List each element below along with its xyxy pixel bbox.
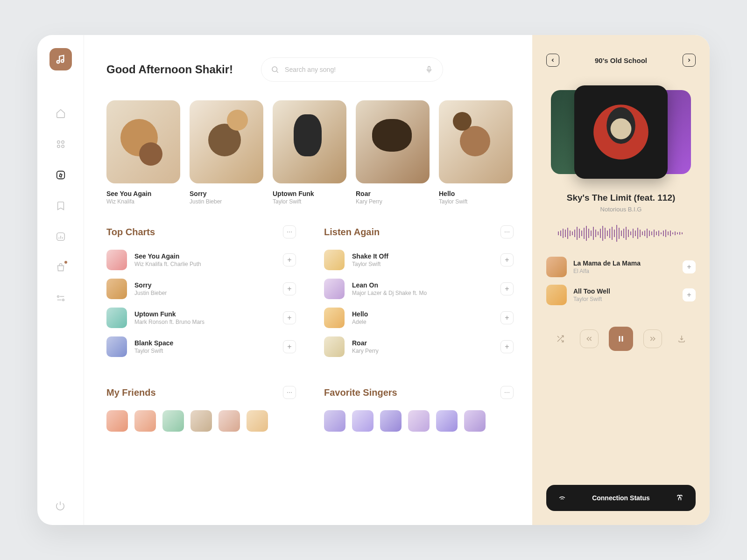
queue-track[interactable]: La Mama de La MamaEl Alfa+ xyxy=(546,257,696,277)
download-button[interactable] xyxy=(672,329,691,348)
featured-card[interactable]: Uptown Funk Taylor Swift xyxy=(273,100,346,205)
app-logo[interactable] xyxy=(49,48,72,70)
prev-playlist-button[interactable] xyxy=(546,54,559,67)
singer-avatar[interactable] xyxy=(380,410,402,432)
friend-avatar[interactable] xyxy=(134,410,156,432)
track-artwork xyxy=(324,336,345,357)
track-row[interactable]: Shake It OffTaylor Swift+ xyxy=(324,250,514,270)
search-input[interactable] xyxy=(285,66,419,73)
top-charts-section: Top Charts See You AgainWiz Knalifa ft. … xyxy=(106,225,296,365)
singer-avatar[interactable] xyxy=(352,410,374,432)
track-row[interactable]: SorryJustin Bieber+ xyxy=(106,279,296,299)
featured-card[interactable]: Roar Kary Perry xyxy=(356,100,430,205)
add-button[interactable]: + xyxy=(683,288,696,301)
add-button[interactable]: + xyxy=(500,253,514,266)
more-button[interactable] xyxy=(283,386,296,399)
card-artwork xyxy=(273,100,346,183)
track-artist: Major Lazer & Dj Shake ft. Mo xyxy=(352,290,493,296)
nav-bag-icon[interactable] xyxy=(55,262,66,273)
sidebar xyxy=(37,35,84,525)
add-button[interactable]: + xyxy=(683,260,696,273)
mic-icon[interactable] xyxy=(425,65,433,74)
next-playlist-button[interactable] xyxy=(683,54,696,67)
svg-rect-65 xyxy=(647,229,648,238)
svg-rect-39 xyxy=(586,226,587,241)
track-row[interactable]: See You AgainWiz Knalifa ft. Charlie Put… xyxy=(106,250,296,270)
friend-avatar[interactable] xyxy=(190,410,212,432)
friend-avatar[interactable] xyxy=(162,410,184,432)
waveform[interactable] xyxy=(546,224,696,243)
section-title: Top Charts xyxy=(106,227,155,238)
add-button[interactable]: + xyxy=(283,311,296,324)
svg-rect-79 xyxy=(679,232,680,235)
track-row[interactable]: Uptown FunkMark Ronson ft. Bruno Mars+ xyxy=(106,308,296,328)
track-row[interactable]: HelloAdele+ xyxy=(324,308,514,328)
track-row[interactable]: RoarKary Perry+ xyxy=(324,336,514,357)
svg-rect-40 xyxy=(588,229,589,238)
wifi-icon xyxy=(557,493,567,503)
add-button[interactable]: + xyxy=(283,340,296,353)
svg-point-1 xyxy=(61,60,63,63)
album-art-current[interactable] xyxy=(574,85,668,179)
listen-again-section: Listen Again Shake It OffTaylor Swift+ L… xyxy=(324,225,514,365)
svg-point-16 xyxy=(507,231,507,232)
svg-rect-72 xyxy=(663,231,664,236)
featured-card[interactable]: Sorry Justin Bieber xyxy=(190,100,263,205)
track-title: Shake It Off xyxy=(352,252,493,260)
svg-rect-31 xyxy=(567,228,568,239)
nav-grid-icon[interactable] xyxy=(55,139,66,150)
singer-avatar[interactable] xyxy=(464,410,486,432)
svg-point-15 xyxy=(505,231,506,232)
featured-card[interactable]: See You Again Wiz Knalifa xyxy=(106,100,180,205)
singer-avatar[interactable] xyxy=(324,410,345,432)
svg-rect-73 xyxy=(665,230,666,237)
next-track-button[interactable] xyxy=(643,329,662,348)
card-title: Uptown Funk xyxy=(273,190,346,197)
nav-bookmark-icon[interactable] xyxy=(55,200,66,211)
track-row[interactable]: Blank SpaceTaylor Swift+ xyxy=(106,336,296,357)
player-controls xyxy=(546,327,696,351)
add-button[interactable]: + xyxy=(500,340,514,353)
svg-point-8 xyxy=(57,296,59,298)
nav-home-icon[interactable] xyxy=(55,108,66,119)
track-row[interactable]: Lean OnMajor Lazer & Dj Shake ft. Mo+ xyxy=(324,279,514,299)
queue-track[interactable]: All Too WellTaylor Swift+ xyxy=(546,285,696,305)
section-title: Favorite Singers xyxy=(324,387,397,398)
nav-stats-icon[interactable] xyxy=(55,231,66,242)
svg-rect-36 xyxy=(579,229,580,238)
add-button[interactable]: + xyxy=(283,282,296,295)
track-title: Blank Space xyxy=(134,339,275,347)
prev-track-button[interactable] xyxy=(580,329,599,348)
more-button[interactable] xyxy=(283,225,296,238)
connection-status-bar[interactable]: Connection Status xyxy=(546,485,696,511)
svg-rect-69 xyxy=(656,231,657,235)
svg-point-17 xyxy=(508,231,509,232)
playlist-name: 90's Old School xyxy=(595,56,647,64)
add-button[interactable]: + xyxy=(500,282,514,295)
svg-point-22 xyxy=(507,392,507,393)
singer-avatar[interactable] xyxy=(408,410,430,432)
player-panel: 90's Old School Sky's The Limit (feat. 1… xyxy=(532,35,710,525)
more-button[interactable] xyxy=(500,225,514,238)
add-button[interactable]: + xyxy=(283,253,296,266)
pause-button[interactable] xyxy=(609,327,633,351)
featured-card[interactable]: Hello Taylor Swift xyxy=(439,100,513,205)
nav-power-icon[interactable] xyxy=(55,501,66,512)
singer-avatar[interactable] xyxy=(436,410,458,432)
nav-settings-icon[interactable] xyxy=(55,293,66,304)
svg-rect-75 xyxy=(670,231,671,236)
svg-rect-47 xyxy=(605,228,606,239)
add-button[interactable]: + xyxy=(500,311,514,324)
favorite-singers-section: Favorite Singers xyxy=(324,386,514,432)
search-bar[interactable] xyxy=(261,57,443,82)
track-artist: Taylor Swift xyxy=(134,348,275,354)
header: Good Afternoon Shakir! xyxy=(106,57,514,82)
more-button[interactable] xyxy=(500,386,514,399)
track-artwork xyxy=(106,336,127,357)
nav-discover-icon[interactable] xyxy=(55,169,66,181)
shuffle-button[interactable] xyxy=(551,329,570,348)
friend-avatar[interactable] xyxy=(218,410,240,432)
svg-point-20 xyxy=(291,392,292,393)
friend-avatar[interactable] xyxy=(247,410,268,432)
friend-avatar[interactable] xyxy=(106,410,128,432)
